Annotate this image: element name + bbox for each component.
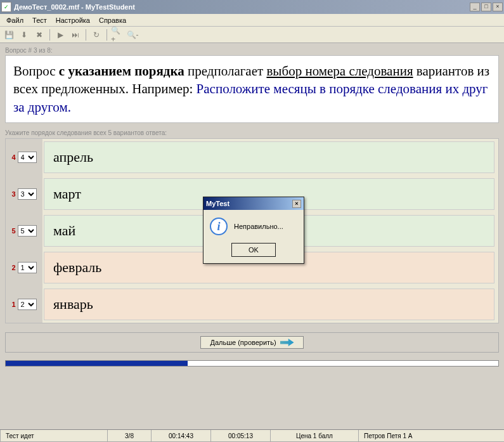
toolbar-separator (49, 29, 50, 41)
answer-text: апрель (44, 141, 494, 173)
order-select[interactable]: 3 (18, 188, 37, 200)
toolbar-separator (107, 29, 107, 41)
dialog-title: MyTest (206, 200, 292, 207)
status-time-elapsed: 00:14:43 (151, 430, 211, 442)
dialog-close-button[interactable]: × (292, 200, 301, 208)
order-select[interactable]: 4 (18, 152, 37, 163)
order-number: 1 (11, 301, 15, 308)
order-number: 3 (11, 190, 15, 198)
skip-icon[interactable]: ⏭ (69, 29, 82, 41)
toolbar-separator (86, 29, 86, 41)
answer-text: январь (44, 289, 494, 320)
window-title: ДемоТест_0002.mtf - MyTestStudent (14, 3, 470, 11)
menu-test[interactable]: Тест (29, 15, 51, 25)
order-number: 5 (11, 227, 15, 235)
app-icon: ✓ (1, 2, 11, 12)
order-select[interactable]: 5 (18, 225, 37, 237)
order-number: 2 (11, 264, 15, 271)
progress-bar (5, 360, 499, 367)
dialog-ok-button[interactable]: OK (231, 243, 276, 257)
status-bar: Тест идет 3/8 00:14:43 00:05:13 Цена 1 б… (0, 429, 504, 442)
zoom-out-icon[interactable]: 🔍- (126, 29, 139, 41)
question-counter: Вопрос # 3 из 8: (5, 47, 499, 54)
status-user: Петров Петя 1 А (358, 430, 504, 442)
order-number: 4 (11, 153, 15, 161)
zoom-in-icon[interactable]: 🔍+ (111, 29, 124, 41)
next-button-label: Дальше (проверить) (210, 339, 276, 346)
play-icon[interactable]: ▶ (54, 29, 67, 41)
maximize-button[interactable]: □ (481, 3, 491, 11)
save-icon[interactable]: 💾 (3, 29, 15, 41)
info-icon: i (210, 218, 228, 235)
status-state: Тест идет (0, 430, 108, 442)
progress-fill (6, 361, 188, 366)
answer-row: 12 январь (6, 286, 498, 323)
message-dialog: MyTest × i Неправильно... OK (203, 197, 304, 264)
menu-settings[interactable]: Настройка (52, 15, 94, 25)
arrow-right-icon (280, 339, 294, 346)
refresh-icon[interactable]: ↻ (90, 29, 103, 41)
window-titlebar: ✓ ДемоТест_0002.mtf - MyTestStudent _ □ … (0, 0, 504, 14)
order-select[interactable]: 2 (18, 299, 37, 310)
answer-row: 44 апрель (6, 139, 498, 176)
close-button[interactable]: × (493, 3, 503, 11)
cancel-icon[interactable]: ✖ (33, 29, 46, 41)
toolbar: 💾 ⬇ ✖ ▶ ⏭ ↻ 🔍+ 🔍- (0, 27, 504, 43)
window-controls: _ □ × (470, 3, 503, 11)
menu-help[interactable]: Справка (95, 15, 130, 25)
next-button[interactable]: Дальше (проверить) (200, 336, 303, 349)
dialog-titlebar[interactable]: MyTest × (204, 197, 304, 210)
status-progress: 3/8 (107, 430, 152, 442)
question-text: Вопрос с указанием порядка предполагает … (5, 55, 499, 123)
minimize-button[interactable]: _ (470, 3, 480, 11)
status-score: Цена 1 балл (270, 430, 359, 442)
down-icon[interactable]: ⬇ (18, 29, 30, 41)
next-bar: Дальше (проверить) (5, 332, 499, 353)
answers-header: Укажите порядок следования всех 5 вариан… (5, 129, 499, 136)
order-select[interactable]: 1 (18, 262, 37, 273)
dialog-message: Неправильно... (234, 223, 283, 230)
menu-file[interactable]: Файл (3, 15, 27, 25)
menu-bar: Файл Тест Настройка Справка (0, 14, 504, 27)
status-time-remaining: 00:05:13 (210, 430, 271, 442)
